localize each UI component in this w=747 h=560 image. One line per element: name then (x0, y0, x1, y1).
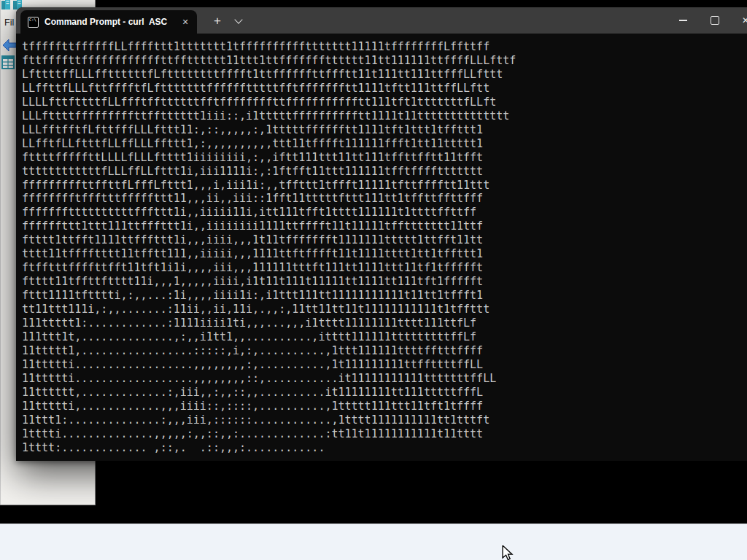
terminal-window[interactable]: C:\ Command Prompt - curl ASC ✕ + ✕ tfff… (16, 7, 747, 461)
tab-close-icon[interactable]: ✕ (177, 14, 193, 30)
close-button[interactable]: ✕ (730, 7, 747, 34)
chevron-down-icon (234, 15, 242, 23)
maximize-icon (711, 16, 719, 25)
minimize-button[interactable] (667, 7, 698, 34)
tab-title: Command Prompt - curl ASC (44, 17, 177, 27)
cmd-icon: C:\ (28, 17, 39, 28)
terminal-content-area[interactable]: tfffffttffffffLLffffttt1ttttttt1tfffffff… (16, 34, 747, 461)
mouse-cursor (502, 545, 516, 560)
maximize-button[interactable] (700, 7, 730, 34)
new-tab-button[interactable]: + (207, 12, 228, 31)
desktop-screen: Fil C:\ Command Prompt - curl ASC ✕ + (0, 0, 747, 560)
back-arrow-icon[interactable] (2, 38, 17, 52)
terminal-titlebar[interactable]: C:\ Command Prompt - curl ASC ✕ + ✕ (16, 7, 747, 34)
terminal-tab[interactable]: C:\ Command Prompt - curl ASC ✕ (20, 10, 197, 34)
tab-dropdown-button[interactable] (229, 12, 248, 31)
taskbar: Search (0, 524, 747, 560)
table-icon[interactable] (1, 55, 15, 69)
minimize-icon (679, 20, 687, 21)
file-menu-label[interactable]: Fil (4, 18, 14, 28)
ascii-art-output: tfffffttffffffLLffffttt1ttttttt1tfffffff… (16, 34, 747, 455)
